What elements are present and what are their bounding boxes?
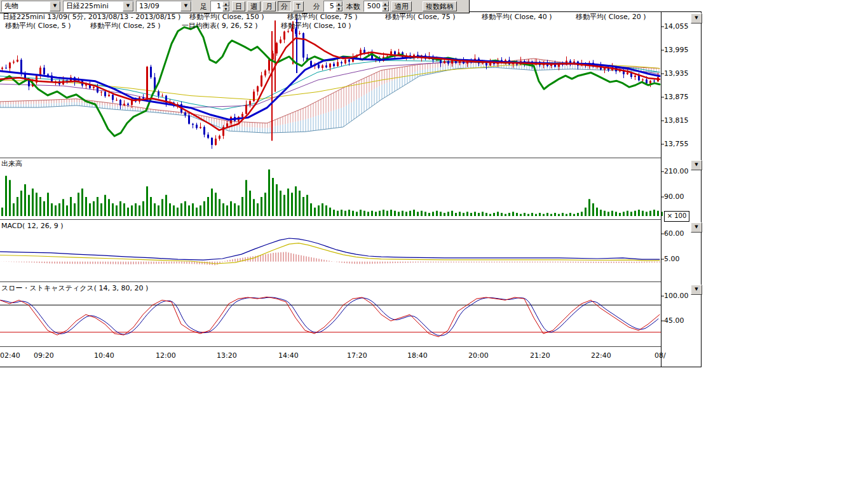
interval-spinner[interactable]: 1 ▲▼ — [210, 1, 230, 12]
price-panel-dropdown-button[interactable]: ▼ — [691, 13, 702, 24]
spin-up-icon[interactable]: ▲ — [222, 1, 229, 6]
instrument-select[interactable]: 先物 ▼ — [1, 1, 61, 12]
toolbar: 先物 ▼ 日経225mini ▼ 13/09 ▼ 足 1 ▲▼ 日 週 月 分 … — [0, 0, 470, 13]
bars-spinner[interactable]: 500 ▲▼ — [363, 1, 390, 12]
minute-spinner[interactable]: 5 ▲▼ — [323, 1, 343, 12]
spin-down-icon[interactable]: ▼ — [336, 6, 342, 11]
stochastics — [0, 297, 661, 337]
volume-bars — [1, 170, 663, 216]
minute-value: 5 — [324, 1, 336, 11]
period-button-tick[interactable]: T — [293, 1, 304, 11]
chevron-down-icon[interactable]: ▼ — [180, 1, 191, 11]
macd-panel-dropdown-button[interactable]: ▼ — [691, 222, 702, 233]
period-button-month[interactable]: 月 — [262, 1, 276, 11]
spinner-buttons: ▲▼ — [336, 1, 342, 11]
interval-value: 1 — [211, 1, 222, 11]
volume-panel-dropdown-button[interactable]: ▼ — [691, 160, 702, 170]
spinner-buttons: ▲▼ — [222, 1, 229, 11]
chevron-down-icon[interactable]: ▼ — [123, 1, 133, 11]
stoch-panel-dropdown-button[interactable]: ▼ — [691, 285, 702, 295]
app-window: 先物 ▼ 日経225mini ▼ 13/09 ▼ 足 1 ▲▼ 日 週 月 分 … — [0, 0, 868, 488]
chevron-down-icon[interactable]: ▼ — [50, 1, 60, 11]
bars-count-value: 500 — [364, 1, 382, 11]
multi-symbol-button[interactable]: 複数銘柄 — [423, 1, 457, 11]
period-button-minute[interactable]: 分 — [278, 1, 291, 11]
spinner-buttons: ▲▼ — [382, 1, 389, 11]
volume-multiplier-badge: × 100 — [664, 211, 689, 222]
apply-button[interactable]: 適用 — [391, 1, 412, 11]
period-button-day[interactable]: 日 — [232, 1, 245, 11]
contract-month-select[interactable]: 13/09 ▼ — [136, 1, 192, 12]
minute-label: 分 — [312, 2, 322, 11]
volume-panel-label: 出来高 — [1, 160, 22, 168]
stoch-panel-label: スロー・ストキャスティクス( 14, 3, 80, 20 ) — [1, 285, 148, 292]
spin-up-icon[interactable]: ▲ — [336, 1, 342, 6]
symbol-select[interactable]: 日経225mini ▼ — [63, 1, 134, 12]
spin-down-icon[interactable]: ▼ — [382, 6, 389, 11]
contract-month-value: 13/09 — [137, 1, 180, 11]
bar-label: 足 — [199, 2, 208, 11]
instrument-value: 先物 — [2, 1, 50, 11]
chart-canvas — [0, 0, 868, 369]
bars-count-label: 本数 — [345, 2, 362, 11]
period-button-week[interactable]: 週 — [247, 1, 261, 11]
macd-panel-label: MACD( 12, 26, 9 ) — [1, 222, 64, 230]
symbol-value: 日経225mini — [64, 1, 123, 11]
macd-lines — [0, 238, 660, 264]
spin-up-icon[interactable]: ▲ — [382, 1, 389, 6]
spin-down-icon[interactable]: ▼ — [222, 6, 229, 11]
